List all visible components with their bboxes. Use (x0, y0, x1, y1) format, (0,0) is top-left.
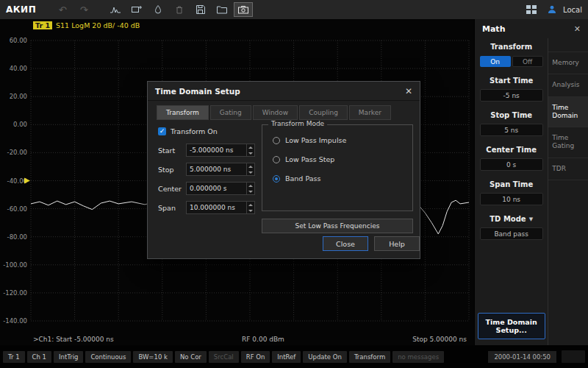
transform-on-checkbox-row[interactable]: ✓ Transform On (158, 127, 218, 135)
dialog-close-icon[interactable]: ✕ (405, 86, 412, 96)
stop-time-value[interactable]: 5 ns (480, 124, 543, 136)
radio-icon[interactable] (273, 137, 280, 144)
radio-selected-icon[interactable] (273, 175, 280, 183)
spin-down-icon[interactable] (248, 210, 253, 212)
dialog-tab-window[interactable]: Window (253, 105, 298, 120)
status-messages: no messages (392, 351, 444, 363)
spin-down-icon[interactable] (248, 191, 253, 193)
center-field-label: Center (158, 185, 186, 193)
status-bar: Tr 1 Ch 1 IntTrig Continuous BW=10 k No … (0, 345, 588, 368)
undo-icon[interactable]: ↶ (53, 2, 72, 17)
dialog-tabs: Transform Gating Window Coupling Marker (157, 105, 391, 120)
center-field-input[interactable]: 0.000000 s (186, 182, 255, 195)
start-field-spinner[interactable] (246, 144, 254, 156)
status-update[interactable]: Update On (303, 351, 347, 363)
dialog-tab-marker[interactable]: Marker (349, 105, 391, 120)
dialog-tab-coupling[interactable]: Coupling (299, 105, 348, 120)
status-sweep-mode[interactable]: Continuous (85, 351, 131, 363)
radio-low-pass-impulse-label: Low Pass Impulse (285, 136, 346, 144)
set-low-pass-frequencies-button[interactable]: Set Low Pass Frequencies (262, 219, 413, 233)
spin-up-icon[interactable] (248, 166, 253, 168)
radio-band-pass[interactable]: Band Pass (273, 174, 412, 183)
status-trace[interactable]: Tr 1 (3, 351, 25, 363)
stop-field-value: 5.000000 ns (187, 163, 246, 175)
status-reference[interactable]: IntRef (272, 351, 301, 363)
start-field-input[interactable]: -5.000000 ns (186, 144, 255, 157)
sidebar-tab-tdr[interactable]: TDR (548, 158, 588, 180)
svg-text:-80.00: -80.00 (7, 233, 27, 241)
time-domain-setup-button[interactable]: Time Domain Setup... (478, 313, 545, 339)
marker-search-icon[interactable] (106, 2, 125, 17)
start-field-value: -5.000000 ns (187, 144, 246, 156)
stop-time-label: Stop Time (490, 111, 532, 119)
status-correction[interactable]: No Cor (175, 351, 207, 363)
status-rf[interactable]: RF On (241, 351, 270, 363)
stop-field-spinner[interactable] (246, 163, 254, 175)
save-icon[interactable] (191, 2, 210, 17)
sidebar-tab-time-gating[interactable]: Time Gating (548, 127, 588, 158)
td-mode-value[interactable]: Band pass (480, 227, 543, 240)
time-domain-setup-dialog: Time Domain Setup ✕ Transform Gating Win… (147, 81, 420, 259)
channel-stop-label: Stop 5.00000 ns (412, 336, 467, 343)
radio-low-pass-step[interactable]: Low Pass Step (273, 155, 412, 163)
window-layout-icon[interactable] (522, 2, 541, 17)
status-trigger[interactable]: IntTrig (54, 351, 83, 363)
spin-up-icon[interactable] (248, 185, 253, 187)
start-time-value[interactable]: -5 ns (480, 89, 543, 102)
span-field-label: Span (158, 204, 186, 212)
radio-low-pass-impulse[interactable]: Low Pass Impulse (273, 136, 412, 144)
transform-label: Transform (490, 43, 532, 51)
span-field-value: 10.000000 ns (187, 202, 246, 213)
sidebar-tab-time-domain[interactable]: Time Domain (548, 97, 588, 128)
open-folder-icon[interactable] (212, 2, 232, 17)
dialog-tab-gating[interactable]: Gating (210, 105, 251, 120)
spin-down-icon[interactable] (248, 171, 253, 174)
span-time-value[interactable]: 10 ns (480, 193, 543, 205)
dialog-header[interactable]: Time Domain Setup ✕ (148, 82, 420, 101)
span-field-input[interactable]: 10.000000 ns (186, 201, 255, 214)
center-field-value: 0.000000 s (187, 183, 246, 194)
delete-trace-icon[interactable] (170, 2, 189, 17)
status-bandwidth[interactable]: BW=10 k (133, 351, 173, 363)
dialog-help-button[interactable]: Help (374, 236, 420, 251)
status-transform[interactable]: Transform (349, 351, 390, 363)
dialog-tab-transform[interactable]: Transform (157, 105, 209, 120)
status-channel[interactable]: Ch 1 (27, 351, 51, 363)
chevron-down-icon: ▼ (529, 216, 533, 222)
radio-low-pass-step-label: Low Pass Step (285, 155, 334, 163)
calibration-droplet-icon[interactable] (148, 2, 168, 17)
dialog-close-button[interactable]: Close (323, 236, 368, 251)
checkbox-checked-icon[interactable]: ✓ (158, 127, 166, 135)
td-mode-label-text: TD Mode (490, 215, 526, 223)
sidebar-tab-memory[interactable]: Memory (548, 52, 588, 74)
radio-icon[interactable] (273, 156, 280, 163)
center-field-row: Center 0.000000 s (158, 182, 255, 195)
toolbar: АКИП ↶ ↷ (0, 0, 588, 19)
stop-field-input[interactable]: 5.000000 ns (186, 163, 255, 176)
center-time-label: Center Time (486, 146, 537, 154)
svg-text:60.00: 60.00 (10, 37, 27, 44)
remote-network-icon[interactable] (546, 4, 558, 15)
redo-icon[interactable]: ↷ (74, 2, 93, 17)
svg-text:-60.00: -60.00 (7, 205, 27, 213)
center-field-spinner[interactable] (246, 183, 254, 194)
sidebar-tab-analysis[interactable]: Analysis (548, 74, 588, 96)
sidebar-close-icon[interactable]: ✕ (574, 24, 581, 34)
span-field-spinner[interactable] (246, 202, 254, 213)
td-mode-label[interactable]: TD Mode ▼ (490, 215, 533, 223)
new-window-icon[interactable] (127, 2, 146, 17)
stop-field-row: Stop 5.000000 ns (158, 163, 255, 176)
transform-toggle: On Off (480, 56, 543, 67)
screenshot-camera-icon[interactable] (234, 2, 253, 17)
transform-on-button[interactable]: On (480, 56, 511, 67)
local-mode-label: Local (563, 6, 582, 14)
status-srccal[interactable]: SrcCal (209, 351, 239, 363)
center-time-value[interactable]: 0 s (480, 158, 543, 171)
svg-text:-120.00: -120.00 (3, 289, 27, 297)
spin-up-icon[interactable] (248, 146, 253, 149)
sidebar-tabs: Memory Analysis Time Domain Time Gating … (548, 38, 588, 345)
transform-off-button[interactable]: Off (512, 56, 543, 67)
spin-up-icon[interactable] (248, 204, 253, 206)
spin-down-icon[interactable] (248, 152, 253, 155)
trace-1-chip[interactable]: Tr 1 (33, 21, 52, 29)
